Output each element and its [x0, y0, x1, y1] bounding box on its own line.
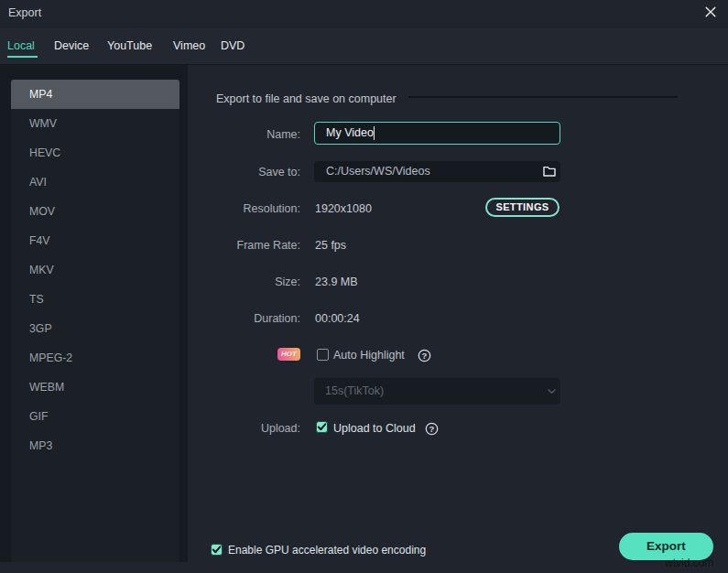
svg-text:?: ? — [429, 424, 434, 434]
svg-text:?: ? — [422, 350, 428, 360]
